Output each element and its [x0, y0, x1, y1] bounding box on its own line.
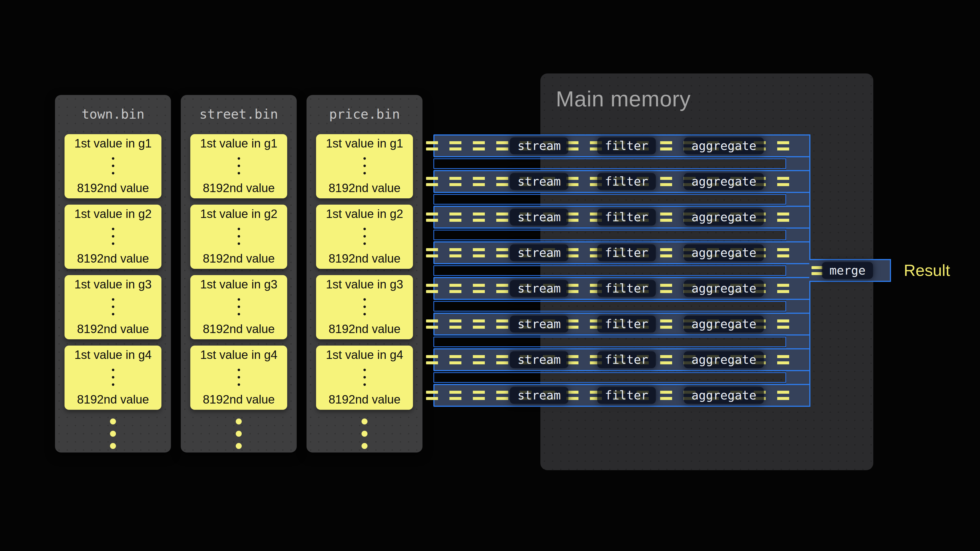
file-title: street.bin — [181, 95, 297, 122]
group-first-value: 1st value in g1 — [74, 136, 152, 151]
ellipsis-dot-icon — [236, 431, 242, 437]
stream-chip: stream — [510, 245, 568, 261]
values-ellipsis-icon — [112, 157, 115, 175]
pipeline-lane: stream filter aggregate — [433, 206, 810, 229]
filter-chip: filter — [597, 280, 656, 297]
values-ellipsis-icon — [363, 228, 366, 245]
row-group-box: 1st value in g2 8192nd value — [65, 205, 161, 269]
buffer-box — [433, 265, 786, 276]
main-memory-title: Main memory — [556, 87, 691, 111]
buffer-box — [433, 372, 786, 383]
buffer-box — [433, 230, 786, 240]
values-ellipsis-icon — [238, 298, 240, 315]
filter-chip: filter — [597, 245, 656, 261]
ellipsis-dot-icon — [110, 443, 116, 449]
row-group-box: 1st value in g4 8192nd value — [65, 346, 161, 410]
filter-chip: filter — [597, 316, 656, 332]
group-last-value: 8192nd value — [329, 181, 401, 195]
row-group-box: 1st value in g3 8192nd value — [65, 275, 161, 339]
more-groups-ellipsis — [307, 419, 423, 449]
file-panel: price.bin 1st value in g1 8192nd value 1… — [307, 95, 423, 453]
values-ellipsis-icon — [238, 369, 240, 386]
file-panel: street.bin 1st value in g1 8192nd value … — [181, 95, 297, 453]
stream-chip: stream — [510, 316, 568, 332]
ellipsis-dot-icon — [361, 419, 368, 424]
pipeline-lane: stream filter aggregate — [433, 348, 810, 371]
values-ellipsis-icon — [238, 228, 240, 245]
stream-chip: stream — [510, 351, 568, 368]
group-last-value: 8192nd value — [329, 392, 401, 407]
file-title: town.bin — [55, 95, 171, 122]
pipeline-lane: stream filter aggregate — [433, 277, 810, 300]
file-groups: 1st value in g1 8192nd value 1st value i… — [65, 134, 161, 416]
stream-chip: stream — [510, 173, 568, 190]
row-group-box: 1st value in g2 8192nd value — [316, 205, 413, 269]
group-last-value: 8192nd value — [203, 251, 275, 265]
filter-chip: filter — [597, 387, 656, 404]
group-first-value: 1st value in g4 — [74, 348, 152, 362]
stream-chip: stream — [510, 280, 568, 297]
dash-icon — [811, 266, 823, 275]
row-group-box: 1st value in g4 8192nd value — [316, 346, 413, 410]
ellipsis-dot-icon — [236, 443, 242, 449]
group-first-value: 1st value in g3 — [74, 277, 152, 291]
values-ellipsis-icon — [238, 157, 240, 175]
aggregate-chip: aggregate — [684, 173, 764, 190]
ellipsis-dot-icon — [110, 419, 116, 424]
pipeline-assembly: stream filter aggregate stream filter ag… — [433, 134, 810, 407]
pipeline-lane: stream filter aggregate — [433, 384, 810, 407]
row-group-box: 1st value in g3 8192nd value — [190, 275, 287, 339]
group-last-value: 8192nd value — [203, 392, 275, 407]
more-groups-ellipsis — [181, 419, 297, 449]
values-ellipsis-icon — [112, 298, 115, 315]
group-first-value: 1st value in g1 — [326, 136, 403, 151]
filter-chip: filter — [597, 137, 656, 154]
merge-chip: merge — [822, 262, 873, 279]
file-title: price.bin — [307, 95, 423, 122]
values-ellipsis-icon — [363, 157, 366, 175]
merge-connector: merge — [809, 259, 891, 282]
group-first-value: 1st value in g2 — [74, 207, 152, 221]
aggregate-chip: aggregate — [684, 209, 764, 225]
stream-chip: stream — [510, 137, 568, 154]
aggregate-chip: aggregate — [684, 280, 764, 297]
row-group-box: 1st value in g2 8192nd value — [190, 205, 287, 269]
row-group-box: 1st value in g1 8192nd value — [316, 134, 413, 198]
group-last-value: 8192nd value — [77, 392, 149, 407]
buffer-box — [433, 194, 786, 205]
aggregate-chip: aggregate — [684, 387, 764, 404]
group-first-value: 1st value in g2 — [326, 207, 403, 221]
result-label: Result — [904, 260, 950, 281]
file-groups: 1st value in g1 8192nd value 1st value i… — [316, 134, 413, 416]
aggregate-chip: aggregate — [684, 137, 764, 154]
buffer-box — [433, 158, 786, 169]
aggregate-chip: aggregate — [684, 245, 764, 261]
group-last-value: 8192nd value — [203, 322, 275, 336]
group-first-value: 1st value in g3 — [200, 277, 277, 291]
stream-chip: stream — [510, 387, 568, 404]
group-last-value: 8192nd value — [77, 251, 149, 265]
diagram-canvas: town.bin 1st value in g1 8192nd value 1s… — [0, 0, 980, 551]
row-group-box: 1st value in g3 8192nd value — [316, 275, 413, 339]
pipeline-lane: stream filter aggregate — [433, 313, 810, 335]
row-group-box: 1st value in g1 8192nd value — [190, 134, 287, 198]
ellipsis-dot-icon — [361, 443, 368, 449]
ellipsis-dot-icon — [361, 431, 368, 437]
row-group-box: 1st value in g1 8192nd value — [65, 134, 161, 198]
file-groups: 1st value in g1 8192nd value 1st value i… — [190, 134, 287, 416]
filter-chip: filter — [597, 173, 656, 190]
ellipsis-dot-icon — [110, 431, 116, 437]
group-first-value: 1st value in g2 — [200, 207, 277, 221]
buffer-box — [433, 301, 786, 311]
aggregate-chip: aggregate — [684, 351, 764, 368]
pipeline-lane: stream filter aggregate — [433, 134, 810, 157]
more-groups-ellipsis — [55, 419, 171, 449]
group-last-value: 8192nd value — [77, 322, 149, 336]
values-ellipsis-icon — [363, 369, 366, 386]
group-last-value: 8192nd value — [203, 181, 275, 195]
group-first-value: 1st value in g3 — [326, 277, 403, 291]
filter-chip: filter — [597, 351, 656, 368]
group-first-value: 1st value in g1 — [200, 136, 277, 151]
pipeline-lane: stream filter aggregate — [433, 241, 810, 264]
pipeline-lane: stream filter aggregate — [433, 170, 810, 193]
